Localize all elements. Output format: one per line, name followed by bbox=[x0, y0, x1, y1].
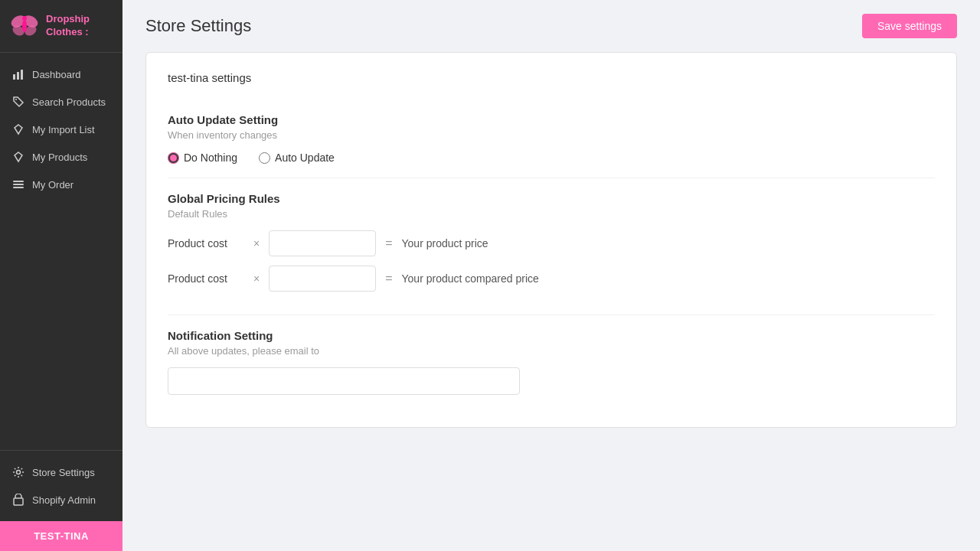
svg-rect-7 bbox=[17, 72, 19, 80]
multiply-icon-2: × bbox=[253, 272, 260, 285]
product-cost-label-2: Product cost bbox=[168, 272, 244, 285]
notification-section: Notification Setting All above updates, … bbox=[168, 315, 935, 409]
sidebar-item-my-products[interactable]: My Products bbox=[0, 143, 122, 171]
gear-icon bbox=[12, 466, 24, 478]
list-icon bbox=[12, 178, 24, 191]
svg-point-13 bbox=[17, 471, 21, 474]
sidebar-label-my-products: My Products bbox=[32, 152, 87, 163]
global-pricing-subtitle: Default Rules bbox=[168, 208, 935, 220]
settings-content: test-tina settings Auto Update Setting W… bbox=[122, 52, 980, 451]
sidebar-label-my-order: My Order bbox=[32, 179, 74, 191]
settings-card: test-tina settings Auto Update Setting W… bbox=[145, 52, 957, 428]
compared-price-result: Your product compared price bbox=[402, 272, 539, 285]
radio-auto-update[interactable]: Auto Update bbox=[259, 152, 335, 164]
sidebar-item-search-products[interactable]: Search Products bbox=[0, 88, 122, 116]
store-badge[interactable]: TEST-TINA bbox=[0, 521, 122, 551]
product-price-result: Your product price bbox=[402, 237, 488, 249]
radio-do-nothing-label: Do Nothing bbox=[184, 152, 237, 164]
auto-update-subtitle: When inventory changes bbox=[168, 129, 935, 141]
sidebar-item-shopify-admin[interactable]: Shopify Admin bbox=[0, 486, 122, 514]
notification-subtitle: All above updates, please email to bbox=[168, 345, 935, 357]
main-content: Store Settings Save settings test-tina s… bbox=[122, 0, 980, 551]
auto-update-radio-group: Do Nothing Auto Update bbox=[168, 152, 935, 164]
global-pricing-title: Global Pricing Rules bbox=[168, 192, 935, 205]
radio-auto-update-label: Auto Update bbox=[275, 152, 335, 164]
svg-point-5 bbox=[22, 16, 27, 21]
sidebar-label-import-list: My Import List bbox=[32, 124, 95, 135]
logo-icon bbox=[9, 11, 40, 41]
sidebar: Dropship Clothes : Dashboard Search Prod… bbox=[0, 0, 122, 551]
product-cost-label-1: Product cost bbox=[168, 237, 244, 249]
auto-update-title: Auto Update Setting bbox=[168, 113, 935, 126]
card-title: test-tina settings bbox=[168, 71, 935, 84]
svg-rect-14 bbox=[14, 498, 23, 505]
logo-text: Dropship Clothes : bbox=[46, 13, 113, 39]
tag-icon bbox=[12, 96, 24, 108]
logo-area: Dropship Clothes : bbox=[0, 0, 122, 53]
sidebar-label-dashboard: Dashboard bbox=[32, 69, 81, 80]
equals-sign-1: = bbox=[385, 236, 392, 250]
sidebar-bottom: Store Settings Shopify Admin bbox=[0, 450, 122, 521]
diamond-icon-import bbox=[12, 123, 24, 135]
svg-rect-12 bbox=[13, 187, 24, 188]
notification-title: Notification Setting bbox=[168, 329, 935, 342]
svg-point-9 bbox=[15, 99, 17, 100]
main-nav: Dashboard Search Products My Import List bbox=[0, 53, 122, 450]
sidebar-item-dashboard[interactable]: Dashboard bbox=[0, 60, 122, 88]
price-multiplier-input[interactable] bbox=[269, 230, 376, 256]
sidebar-item-store-settings[interactable]: Store Settings bbox=[0, 458, 122, 486]
svg-rect-6 bbox=[13, 74, 15, 80]
radio-auto-update-input[interactable] bbox=[259, 152, 270, 164]
bar-chart-icon bbox=[12, 68, 24, 80]
auto-update-section: Auto Update Setting When inventory chang… bbox=[168, 99, 935, 178]
compared-price-row: Product cost × = Your product compared p… bbox=[168, 266, 935, 292]
svg-rect-11 bbox=[13, 184, 24, 185]
page-title: Store Settings bbox=[145, 16, 251, 36]
notification-email-input[interactable] bbox=[168, 367, 520, 395]
sidebar-item-import-list[interactable]: My Import List bbox=[0, 116, 122, 143]
sidebar-label-store-settings: Store Settings bbox=[32, 467, 95, 478]
diamond-icon-products bbox=[12, 151, 24, 163]
svg-rect-10 bbox=[13, 181, 24, 182]
equals-sign-2: = bbox=[385, 272, 392, 285]
global-pricing-section: Global Pricing Rules Default Rules Produ… bbox=[168, 178, 935, 315]
sidebar-label-search-products: Search Products bbox=[32, 96, 106, 108]
page-header: Store Settings Save settings bbox=[122, 0, 980, 52]
svg-point-4 bbox=[22, 20, 27, 32]
price-row: Product cost × = Your product price bbox=[168, 230, 935, 256]
save-settings-button[interactable]: Save settings bbox=[862, 14, 957, 38]
sidebar-label-shopify-admin: Shopify Admin bbox=[32, 494, 96, 506]
multiply-icon-1: × bbox=[253, 237, 260, 249]
sidebar-item-my-order[interactable]: My Order bbox=[0, 171, 122, 198]
bag-icon bbox=[12, 494, 24, 506]
compared-price-multiplier-input[interactable] bbox=[269, 266, 376, 292]
radio-do-nothing[interactable]: Do Nothing bbox=[168, 152, 237, 164]
svg-rect-8 bbox=[21, 70, 23, 80]
radio-do-nothing-input[interactable] bbox=[168, 152, 179, 164]
